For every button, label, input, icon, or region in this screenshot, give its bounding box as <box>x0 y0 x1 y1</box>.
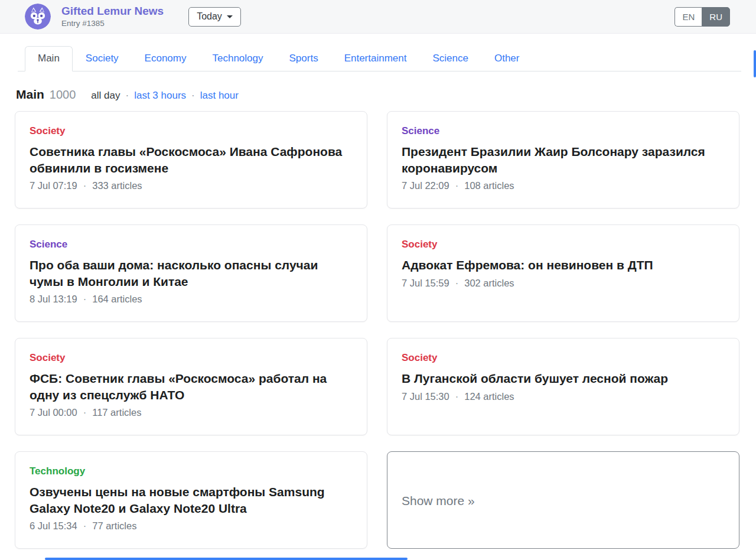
card-category[interactable]: Technology <box>30 465 353 477</box>
time-filters: all day · last 3 hours · last hour <box>91 90 239 102</box>
card-article-count: 77 articles <box>92 520 136 532</box>
tab-society[interactable]: Society <box>73 46 132 71</box>
meta-separator: · <box>455 391 459 402</box>
card-meta: 7 Jul 07:19 · 333 articles <box>30 180 353 191</box>
news-card[interactable]: Society Советника главы «Роскосмоса» Ива… <box>15 111 367 209</box>
meta-separator: · <box>83 294 87 305</box>
filter-separator: · <box>191 90 195 102</box>
tab-entertainment[interactable]: Entertainment <box>331 46 420 71</box>
news-card[interactable]: Society В Луганской области бушует лесно… <box>387 338 739 435</box>
meta-separator: · <box>83 180 87 191</box>
card-article-count: 108 articles <box>464 180 514 191</box>
card-meta: 7 Jul 22:09 · 108 articles <box>402 180 725 191</box>
filter-all-day: all day <box>91 90 120 102</box>
card-meta: 7 Jul 15:30 · 124 articles <box>402 391 725 402</box>
tab-other[interactable]: Other <box>481 46 533 71</box>
meta-separator: · <box>83 407 87 418</box>
card-category[interactable]: Society <box>30 352 353 364</box>
card-title[interactable]: ФСБ: Советник главы «Роскосмоса» работал… <box>30 370 353 403</box>
page-title: Main <box>16 87 44 102</box>
show-more-label: Show more » <box>402 494 475 508</box>
news-grid: Society Советника главы «Роскосмоса» Ива… <box>15 111 739 549</box>
card-title[interactable]: В Луганской области бушует лесной пожар <box>402 370 725 387</box>
card-date: 7 Jul 00:00 <box>30 407 77 418</box>
meta-separator: · <box>455 278 459 289</box>
card-meta: 6 Jul 15:34 · 77 articles <box>30 520 353 532</box>
tab-science[interactable]: Science <box>419 46 481 71</box>
meta-separator: · <box>83 520 87 532</box>
caret-down-icon <box>227 15 233 18</box>
app-title: Gifted Lemur News <box>61 5 164 18</box>
tab-technology[interactable]: Technology <box>199 46 276 71</box>
lang-en-button[interactable]: EN <box>674 7 702 27</box>
language-toggle: EN RU <box>674 7 730 27</box>
period-dropdown-button[interactable]: Today <box>188 7 241 27</box>
card-category[interactable]: Society <box>402 352 725 364</box>
show-more-card[interactable]: Show more » <box>387 451 739 549</box>
card-meta: 7 Jul 00:00 · 117 articles <box>30 407 353 418</box>
app-header: Gifted Lemur News Entry #1385 Today EN R… <box>0 0 756 34</box>
tab-sports[interactable]: Sports <box>276 46 331 71</box>
news-card[interactable]: Science Про оба ваши дома: насколько опа… <box>15 224 367 322</box>
story-count: 1000 <box>50 88 76 102</box>
card-article-count: 164 articles <box>92 294 142 305</box>
lemur-logo-icon <box>25 4 51 30</box>
filter-last-hour[interactable]: last hour <box>200 90 239 102</box>
card-article-count: 333 articles <box>92 180 142 191</box>
card-category[interactable]: Science <box>402 125 725 137</box>
card-title[interactable]: Озвучены цены на новые смартфоны Samsung… <box>30 484 353 516</box>
news-card[interactable]: Science Президент Бразилии Жаир Болсонар… <box>387 111 739 209</box>
category-tabs: Main Society Economy Technology Sports E… <box>18 46 741 71</box>
brand: Gifted Lemur News Entry #1385 <box>61 5 164 28</box>
card-date: 7 Jul 15:59 <box>402 278 449 289</box>
tab-economy[interactable]: Economy <box>132 46 200 71</box>
period-dropdown-label: Today <box>197 11 222 22</box>
card-article-count: 302 articles <box>464 278 514 289</box>
card-title[interactable]: Советника главы «Роскосмоса» Ивана Сафро… <box>30 144 353 176</box>
filter-row: Main 1000 all day · last 3 hours · last … <box>16 87 741 102</box>
vertical-scrollbar[interactable] <box>754 50 756 77</box>
news-card[interactable]: Society ФСБ: Советник главы «Роскосмоса»… <box>15 338 367 435</box>
card-article-count: 117 articles <box>92 407 141 418</box>
news-card[interactable]: Technology Озвучены цены на новые смартф… <box>15 451 367 549</box>
card-meta: 8 Jul 13:19 · 164 articles <box>30 294 353 305</box>
filter-separator: · <box>125 90 129 102</box>
meta-separator: · <box>455 180 459 191</box>
card-category[interactable]: Society <box>402 239 725 250</box>
card-title[interactable]: Адвокат Ефремова: он невиновен в ДТП <box>402 257 725 274</box>
card-date: 8 Jul 13:19 <box>30 294 77 305</box>
horizontal-scrollbar[interactable] <box>45 558 408 560</box>
card-category[interactable]: Society <box>30 125 353 137</box>
card-date: 6 Jul 15:34 <box>30 520 77 532</box>
card-title[interactable]: Про оба ваши дома: насколько опасны случ… <box>30 257 353 289</box>
card-meta: 7 Jul 15:59 · 302 articles <box>402 278 725 289</box>
card-date: 7 Jul 15:30 <box>402 391 449 402</box>
card-date: 7 Jul 07:19 <box>30 180 77 191</box>
tab-main[interactable]: Main <box>25 46 73 71</box>
filter-last-3-hours[interactable]: last 3 hours <box>134 90 186 102</box>
entry-number: Entry #1385 <box>61 19 164 28</box>
lang-ru-button[interactable]: RU <box>702 7 730 27</box>
card-category[interactable]: Science <box>30 239 353 250</box>
card-date: 7 Jul 22:09 <box>402 180 449 191</box>
news-card[interactable]: Society Адвокат Ефремова: он невиновен в… <box>387 224 739 322</box>
card-article-count: 124 articles <box>464 391 514 402</box>
card-title[interactable]: Президент Бразилии Жаир Болсонару зарази… <box>402 144 725 176</box>
